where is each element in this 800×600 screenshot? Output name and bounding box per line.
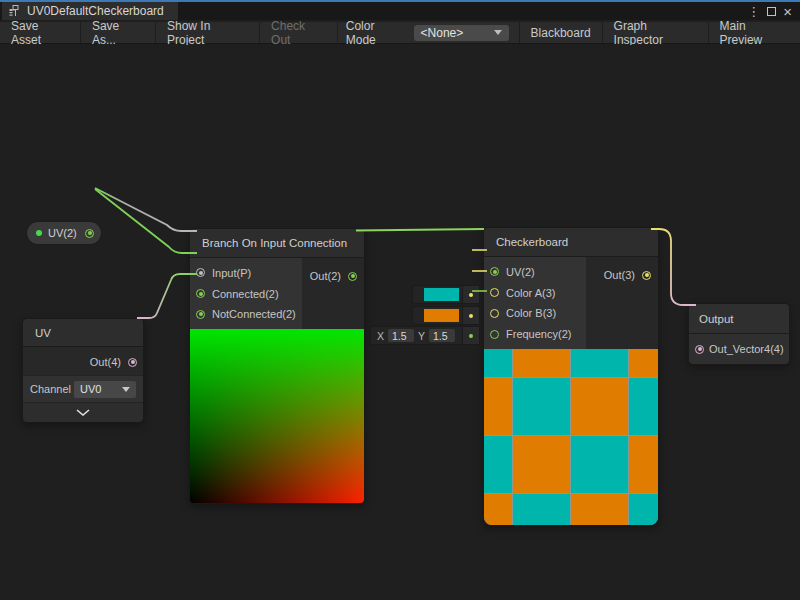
tab-title: UV0DefaultCheckerboard	[27, 4, 164, 18]
checker-cell	[629, 378, 658, 435]
checker-cell	[484, 349, 512, 377]
maximize-icon[interactable]	[767, 7, 776, 16]
channel-control-row: Channel UV0	[23, 375, 143, 402]
checker-cell	[571, 494, 628, 525]
port-label: Out(2)	[310, 270, 341, 282]
graph-toolbar: Save Asset Save As... Show In Project Ch…	[0, 22, 800, 44]
port-label: Color B(3)	[506, 307, 556, 319]
checker-cell	[571, 378, 628, 435]
frequency-x-input[interactable]: 1.5	[388, 329, 414, 342]
port-row-frequency[interactable]: Frequency(2)	[484, 328, 586, 340]
port-out-vector4[interactable]	[695, 345, 704, 354]
checker-cell	[513, 436, 570, 493]
y-label: Y	[418, 330, 425, 342]
port-label: UV(2)	[506, 266, 535, 278]
node-checkerboard[interactable]: Checkerboard UV(2) Color A(3) Color B(3)	[484, 228, 658, 525]
checker-cell	[629, 494, 658, 525]
color-a-field[interactable]	[413, 286, 479, 303]
port-row-out-vector4[interactable]: Out_Vector4(4)	[689, 334, 789, 364]
connector-dot-icon	[469, 334, 473, 338]
port-color-a[interactable]	[490, 288, 499, 297]
main-preview-toggle-button[interactable]: Main Preview	[708, 22, 800, 43]
node-body: Out(4)	[23, 347, 143, 375]
collapse-preview-button[interactable]	[23, 402, 143, 422]
channel-value: UV0	[80, 383, 101, 395]
port-row-color-b[interactable]: Color B(3)	[484, 307, 586, 319]
port-row-uv2[interactable]: UV(2)	[484, 266, 586, 278]
port-label: Frequency(2)	[506, 328, 571, 340]
port-row-notconnected[interactable]: NotConnected(2)	[190, 308, 302, 320]
checker-cell	[513, 349, 570, 377]
checker-cell	[484, 378, 512, 435]
uv-gradient-preview	[190, 329, 364, 503]
port-row-out4[interactable]: Out(4)	[90, 356, 137, 368]
node-title: UV	[23, 319, 143, 347]
color-mode-label: Color Mode	[338, 22, 414, 43]
blackboard-toggle-button[interactable]: Blackboard	[519, 22, 602, 43]
port-row-connected[interactable]: Connected(2)	[190, 288, 302, 300]
save-asset-button[interactable]: Save Asset	[0, 22, 81, 43]
port-input-p[interactable]	[196, 268, 205, 277]
port-out2[interactable]	[348, 272, 357, 281]
color-a-connector	[462, 286, 479, 303]
node-body: Input(P) Connected(2) NotConnected(2) Ou…	[190, 258, 364, 329]
color-a-swatch[interactable]	[424, 288, 459, 301]
port-row-out2[interactable]: Out(2)	[310, 270, 357, 282]
port-connected[interactable]	[196, 289, 205, 298]
port-color-b[interactable]	[490, 309, 499, 318]
pill-label: UV(2)	[48, 227, 77, 239]
window-menu-icon[interactable]: ⋮	[747, 5, 760, 18]
port-notconnected[interactable]	[196, 310, 205, 319]
input-ports-panel: Input(P) Connected(2) NotConnected(2)	[190, 258, 302, 329]
frequency-field[interactable]: X 1.5 Y 1.5	[371, 327, 479, 344]
checker-cell	[513, 494, 570, 525]
save-as-button[interactable]: Save As...	[81, 22, 156, 43]
input-ports-panel: UV(2) Color A(3) Color B(3) Frequency(2)	[484, 257, 586, 349]
port-frequency[interactable]	[490, 330, 499, 339]
checkerboard-preview	[484, 349, 658, 525]
port-label: Out_Vector4(4)	[709, 343, 784, 355]
frequency-y-input[interactable]: 1.5	[429, 329, 455, 342]
check-out-button: Check Out	[260, 22, 338, 43]
frequency-connector	[462, 327, 479, 344]
node-output[interactable]: Output Out_Vector4(4)	[689, 304, 789, 364]
checker-cell	[571, 436, 628, 493]
node-branch-on-input-connection[interactable]: Branch On Input Connection Input(P) Conn…	[190, 229, 364, 503]
node-uv[interactable]: UV Out(4) Channel UV0	[23, 319, 143, 422]
port-row-input-p[interactable]: Input(P)	[190, 267, 302, 279]
close-icon[interactable]: ×	[783, 4, 792, 19]
tab-uv0defaultcheckerboard[interactable]: UV0DefaultCheckerboard	[2, 2, 178, 20]
node-uv2-property-pill[interactable]: UV(2)	[27, 222, 101, 244]
port-row-out3[interactable]: Out(3)	[604, 269, 651, 281]
checker-cell	[513, 378, 570, 435]
port-out4[interactable]	[128, 358, 137, 367]
chevron-down-icon	[494, 30, 502, 35]
port-label: Out(4)	[90, 356, 121, 368]
show-in-project-button[interactable]: Show In Project	[156, 22, 260, 43]
color-b-field[interactable]	[413, 307, 479, 324]
node-title: Output	[689, 304, 789, 334]
port-uv2[interactable]	[490, 267, 499, 276]
checker-cell	[629, 349, 658, 377]
color-b-swatch[interactable]	[424, 309, 459, 322]
port-out3[interactable]	[642, 271, 651, 280]
connector-dot-icon	[469, 293, 473, 297]
channel-dropdown[interactable]: UV0	[74, 381, 136, 398]
color-mode-dropdown[interactable]: <None>	[414, 25, 509, 41]
node-title: Checkerboard	[484, 228, 658, 257]
port-row-color-a[interactable]: Color A(3)	[484, 287, 586, 299]
port-uv2-pill-out[interactable]	[85, 229, 94, 238]
port-label: Input(P)	[212, 267, 251, 279]
color-b-connector	[462, 307, 479, 324]
shader-graph-icon	[9, 5, 21, 17]
node-title: Branch On Input Connection	[190, 229, 364, 258]
chevron-down-icon	[76, 409, 90, 416]
checker-cell	[484, 436, 512, 493]
node-body: UV(2) Color A(3) Color B(3) Frequency(2)…	[484, 257, 658, 349]
port-label: Out(3)	[604, 269, 635, 281]
graph-inspector-toggle-button[interactable]: Graph Inspector	[602, 22, 708, 43]
port-label: Connected(2)	[212, 288, 279, 300]
graph-canvas[interactable]: UV(2) Branch On Input Connection Input(P…	[0, 45, 800, 600]
checker-cell	[484, 494, 512, 525]
title-bar: UV0DefaultCheckerboard ⋮ ×	[0, 0, 800, 20]
